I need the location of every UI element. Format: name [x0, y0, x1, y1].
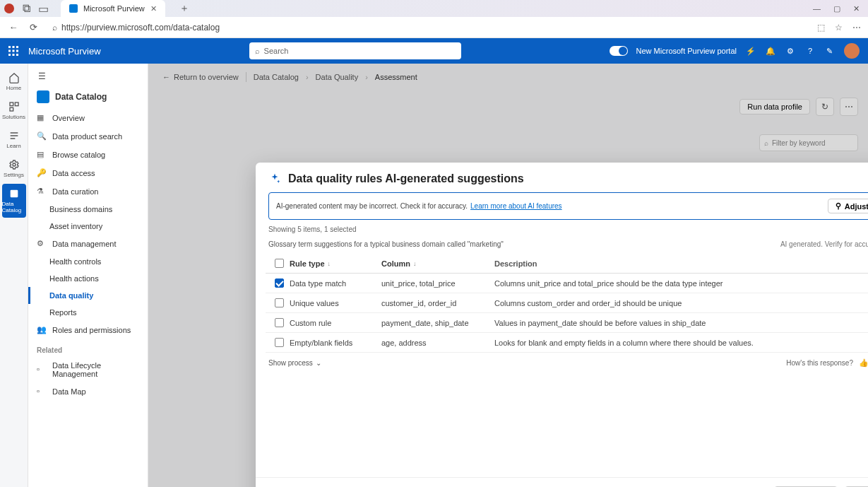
- table-row: Empty/blank fieldsage, addressLooks for …: [266, 333, 868, 353]
- sparkle-icon: [268, 172, 281, 185]
- tab-close-icon[interactable]: ✕: [150, 4, 157, 13]
- profile-avatar-icon[interactable]: [4, 4, 14, 13]
- nav-icon: 👥: [37, 325, 47, 335]
- sidebar-collapse-icon[interactable]: ☰: [28, 68, 148, 85]
- url-field[interactable]: ⌕ https://purview.microsoft.com/data-cat…: [47, 23, 810, 33]
- row-description: Columns custom_order and order_id should…: [494, 299, 868, 307]
- sidebar-item-label: Asset inventory: [49, 222, 102, 230]
- svg-rect-13: [10, 190, 18, 198]
- diagnostics-icon[interactable]: ⚡: [745, 45, 756, 57]
- row-checkbox[interactable]: [275, 318, 284, 327]
- svg-rect-6: [8, 54, 11, 56]
- tab-actions-icon[interactable]: ▭: [38, 4, 48, 13]
- related-item-data-lifecycle-management[interactable]: ▫Data Lifecycle Management: [28, 357, 148, 382]
- extensions-icon[interactable]: ⬚: [817, 23, 825, 33]
- iconbar-home[interactable]: Home: [0, 68, 28, 95]
- svg-rect-4: [13, 50, 15, 52]
- window-minimize-icon[interactable]: —: [813, 4, 821, 13]
- sidebar-item-data-management[interactable]: ⚙Data management: [28, 235, 148, 253]
- sort-icon[interactable]: ↓: [328, 260, 331, 267]
- sidebar-item-roles-and-permissions[interactable]: 👥Roles and permissions: [28, 321, 148, 339]
- glossary-subtitle: Glossary term suggestions for a typical …: [268, 240, 504, 248]
- feedback-label: How's this response?: [786, 359, 853, 367]
- browser-tab[interactable]: Microsoft Purview ✕: [61, 0, 165, 17]
- sidebar-item-data-curation[interactable]: ⚗Data curation: [28, 182, 148, 201]
- sidebar-item-health-controls[interactable]: Health controls: [28, 253, 148, 270]
- settings-icon[interactable]: ⚙: [785, 45, 796, 57]
- row-rule-type: Unique values: [290, 299, 381, 307]
- sidebar-item-asset-inventory[interactable]: Asset inventory: [28, 218, 148, 235]
- nav-icon: ▤: [37, 150, 47, 160]
- tab-title: Microsoft Purview: [83, 4, 145, 13]
- banner-text: AI-generated content may be incorrect. C…: [276, 202, 468, 210]
- global-search-input[interactable]: ⌕ Search: [249, 42, 461, 59]
- browser-titlebar: ⧉ ▭ Microsoft Purview ✕ ＋ — ▢ ✕: [0, 0, 868, 17]
- iconbar-settings[interactable]: Settings: [0, 155, 28, 182]
- col-column[interactable]: Column: [381, 259, 410, 268]
- sidebar-item-overview[interactable]: ▦Overview: [28, 109, 148, 127]
- refresh-icon[interactable]: ⟳: [27, 21, 40, 34]
- window-close-icon[interactable]: ✕: [853, 4, 860, 13]
- sidebar-item-reports[interactable]: Reports: [28, 304, 148, 321]
- notifications-icon[interactable]: 🔔: [765, 45, 776, 57]
- row-description: Values in payment_date should be before …: [494, 319, 868, 327]
- col-description: Description: [494, 259, 537, 268]
- row-checkbox[interactable]: [275, 338, 284, 347]
- help-icon[interactable]: ?: [804, 45, 816, 57]
- row-column: payment_date, ship_date: [381, 319, 494, 327]
- nav-icon: ⚗: [37, 187, 47, 196]
- svg-rect-1: [13, 46, 15, 48]
- sidebar-section-title: Data Catalog: [55, 92, 107, 102]
- sidebar-item-label: Overview: [52, 114, 85, 122]
- adjust-button[interactable]: ⚲ Adjust: [828, 199, 868, 213]
- iconbar-solutions[interactable]: Solutions: [0, 97, 28, 124]
- iconbar-data-catalog[interactable]: Data Catalog: [2, 184, 26, 218]
- back-icon[interactable]: ←: [7, 21, 20, 34]
- more-icon[interactable]: ⋯: [852, 23, 861, 33]
- ai-info-banner: AI-generated content may be incorrect. C…: [268, 192, 868, 220]
- svg-rect-3: [8, 50, 11, 52]
- table-row: Unique valuescustomer_id, order_idColumn…: [266, 293, 868, 313]
- window-maximize-icon[interactable]: ▢: [833, 4, 840, 13]
- sidebar-item-business-domains[interactable]: Business domains: [28, 201, 148, 218]
- sidebar-item-data-product-search[interactable]: 🔍Data product search: [28, 127, 148, 146]
- nav-icon: 🔑: [37, 168, 47, 178]
- search-placeholder: Search: [264, 47, 289, 55]
- svg-rect-8: [16, 54, 18, 56]
- row-column: age, address: [381, 339, 494, 347]
- related-item-data-map[interactable]: ▫Data Map: [28, 382, 148, 401]
- sidebar-item-data-quality[interactable]: Data quality: [28, 287, 148, 304]
- nav-icon: ▫: [37, 387, 47, 397]
- url-text: https://purview.microsoft.com/data-catal…: [61, 23, 220, 33]
- svg-rect-10: [15, 102, 18, 106]
- svg-rect-0: [8, 46, 11, 48]
- show-process-toggle[interactable]: Show process ⌄: [268, 359, 321, 367]
- sidebar-item-label: Data curation: [52, 187, 98, 196]
- select-all-checkbox[interactable]: [275, 259, 284, 268]
- banner-learn-more-link[interactable]: Learn more about AI features: [470, 202, 562, 210]
- portal-toggle[interactable]: [610, 46, 628, 56]
- sort-icon[interactable]: ↓: [413, 260, 417, 267]
- app-launcher-icon[interactable]: [8, 46, 18, 56]
- sidebar-item-label: Business domains: [49, 205, 112, 213]
- sidebar-item-label: Data management: [52, 240, 117, 248]
- thumbs-up-icon[interactable]: 👍: [859, 358, 868, 368]
- feedback-icon[interactable]: ✎: [824, 45, 836, 57]
- row-checkbox[interactable]: [275, 298, 284, 307]
- favorites-icon[interactable]: ☆: [835, 23, 843, 33]
- new-tab-icon[interactable]: ＋: [179, 2, 189, 15]
- sidebar-item-data-access[interactable]: 🔑Data access: [28, 164, 148, 182]
- search-icon: ⌕: [52, 23, 57, 33]
- rules-table: Rule type↓ Column↓ Description Data type…: [266, 254, 868, 353]
- user-avatar[interactable]: [844, 43, 860, 59]
- sidebar-item-browse-catalog[interactable]: ▤Browse catalog: [28, 146, 148, 164]
- sidebar-item-health-actions[interactable]: Health actions: [28, 270, 148, 287]
- col-rule-type[interactable]: Rule type: [290, 259, 325, 268]
- svg-point-12: [13, 163, 16, 166]
- main-content: ← Return to overview Data Catalog › Data…: [148, 64, 868, 487]
- iconbar-learn[interactable]: Learn: [0, 126, 28, 153]
- row-checkbox[interactable]: [275, 278, 284, 288]
- workspaces-icon[interactable]: ⧉: [21, 4, 31, 13]
- favicon-icon: [69, 4, 78, 13]
- svg-rect-11: [10, 107, 13, 111]
